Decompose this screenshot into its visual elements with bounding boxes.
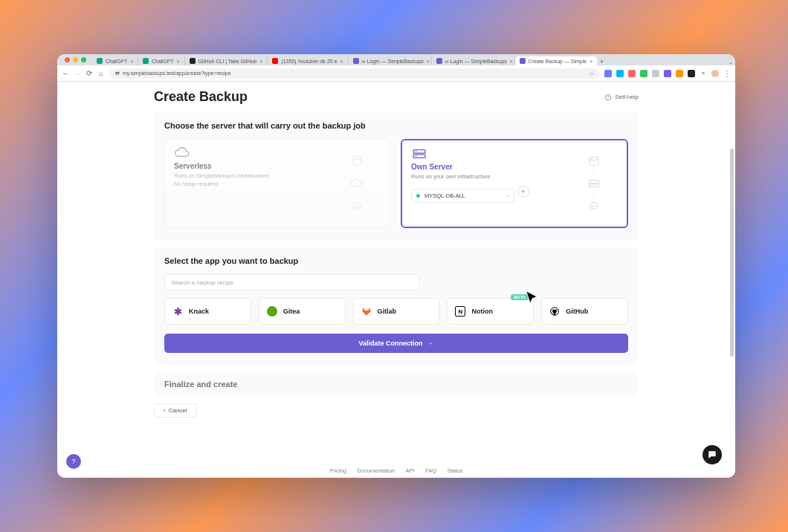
simplebackups-icon — [520, 58, 526, 64]
app-tile-knack[interactable]: ✱ Knack — [164, 298, 251, 325]
cloud-icon — [350, 178, 364, 189]
server-icon — [587, 179, 601, 188]
database-icon — [587, 156, 601, 166]
close-icon[interactable]: × — [130, 59, 133, 64]
server-heading: Choose the server that will carry out th… — [164, 121, 628, 130]
svg-point-2 — [352, 156, 361, 160]
own-server-diagram: ↓ ↓ — [570, 148, 618, 219]
footer-link-documentation[interactable]: Documentation — [358, 467, 395, 474]
extension-menu-icon[interactable]: » — [700, 71, 707, 77]
forward-icon[interactable]: → — [74, 70, 81, 77]
serverless-desc: Runs on SimpleBackups infrastructure. No… — [174, 172, 326, 188]
site-settings-icon[interactable]: ⇄ — [115, 71, 120, 77]
chevron-down-icon[interactable]: ⌄ — [726, 59, 735, 65]
db-select-value: MYSQL-DB-ALL — [424, 192, 465, 199]
more-icon[interactable]: ⋮ — [723, 70, 731, 77]
own-server-option[interactable]: Own Server Runs on your own infrastructu… — [401, 139, 628, 228]
validate-connection-button[interactable]: Validate Connection → — [164, 334, 628, 353]
svg-rect-6 — [413, 155, 425, 158]
minimize-window-icon[interactable] — [73, 57, 78, 62]
svg-point-9 — [590, 157, 598, 160]
close-icon[interactable]: × — [427, 59, 430, 64]
github-icon — [190, 58, 196, 64]
tab[interactable]: GitHub CLI | Take GitHub× — [185, 56, 268, 65]
self-help-link[interactable]: ? Self-help — [604, 94, 639, 101]
close-icon[interactable]: × — [590, 59, 592, 64]
arrow-right-icon: → — [427, 340, 434, 347]
footer-link-status[interactable]: Status — [448, 467, 463, 474]
extension-icon[interactable] — [652, 70, 659, 77]
serverless-option[interactable]: Serverless Runs on SimpleBackups infrast… — [164, 139, 390, 228]
app-tile-gitea[interactable]: Gitea — [259, 298, 346, 325]
url-text: my.simplebackups.test/app/create?type=re… — [123, 71, 231, 76]
extension-icon[interactable] — [676, 70, 683, 77]
footer: Pricing Documentation API FAQ Status — [57, 462, 735, 476]
chevron-down-icon: ⌄ — [506, 192, 510, 198]
tab[interactable]: ChatGPT× — [92, 56, 138, 65]
tab[interactable]: ChatGPT× — [138, 56, 184, 65]
app-tile-notion[interactable]: BETA N Notion — [447, 298, 534, 325]
cancel-button[interactable]: ‹ Cancel — [154, 403, 197, 418]
db-select[interactable]: MYSQL-DB-ALL ⌄ — [411, 189, 515, 203]
beta-badge: BETA — [511, 294, 529, 300]
chevron-left-icon: ‹ — [164, 407, 166, 414]
extension-icon[interactable] — [604, 70, 612, 77]
close-icon[interactable]: × — [259, 59, 262, 64]
finalize-section: Finalize and create — [154, 372, 639, 396]
close-window-icon[interactable] — [65, 57, 70, 62]
storage-icon — [587, 201, 601, 211]
url-field[interactable]: ⇄ my.simplebackups.test/app/create?type=… — [109, 68, 600, 79]
home-icon[interactable]: ⌂ — [97, 70, 105, 77]
close-icon[interactable]: × — [340, 59, 343, 64]
server-icon — [411, 148, 563, 160]
tab[interactable]: (1350) Youtuber de 25 e× — [268, 56, 348, 65]
help-icon: ? — [604, 94, 612, 101]
app-tile-github[interactable]: GitHub — [541, 298, 628, 325]
chatgpt-icon — [143, 58, 149, 64]
tab[interactable]: ∞ Login — SimpleBackups× — [432, 56, 515, 65]
maximize-window-icon[interactable] — [81, 57, 86, 62]
traffic-lights[interactable] — [65, 54, 86, 65]
extension-icon[interactable] — [628, 70, 636, 77]
intercom-fab[interactable] — [703, 445, 722, 464]
bookmark-icon[interactable]: ☆ — [590, 71, 594, 77]
own-server-title: Own Server — [411, 163, 563, 171]
svg-rect-3 — [353, 204, 361, 210]
avatar-icon[interactable] — [711, 70, 719, 77]
svg-rect-10 — [589, 181, 599, 184]
extension-icon[interactable] — [616, 70, 624, 77]
new-tab-button[interactable]: + — [597, 58, 606, 65]
reload-icon[interactable]: ⟳ — [85, 70, 93, 77]
svg-point-8 — [416, 155, 417, 157]
svg-point-7 — [416, 151, 417, 152]
app-heading: Select the app you want to backup — [164, 256, 628, 265]
extension-icon[interactable] — [688, 70, 695, 77]
tab-active[interactable]: Create Backup — Simple× — [515, 56, 598, 65]
help-fab[interactable]: ? — [66, 454, 81, 469]
back-icon[interactable]: ← — [62, 70, 69, 77]
footer-link-pricing[interactable]: Pricing — [329, 467, 346, 474]
server-section: Choose the server that will carry out th… — [154, 112, 639, 240]
own-server-desc: Runs on your own infrastructure. — [411, 173, 563, 181]
app-tile-gitlab[interactable]: Gitlab — [353, 298, 440, 325]
scrollbar[interactable] — [730, 149, 734, 357]
extension-icon[interactable] — [640, 70, 647, 77]
extension-icon[interactable] — [664, 70, 671, 77]
tab[interactable]: ∞ Login — SimpleBackups× — [349, 56, 432, 65]
svg-text:?: ? — [607, 95, 610, 100]
gitlab-icon — [361, 306, 372, 317]
search-input[interactable]: Search a backup recipe — [164, 274, 419, 291]
close-icon[interactable]: × — [176, 59, 179, 64]
storage-icon — [350, 201, 364, 212]
serverless-diagram: ↓ ↓ — [333, 147, 381, 220]
svg-rect-5 — [413, 150, 425, 153]
cloud-icon — [174, 147, 326, 159]
tab-strip: ChatGPT× ChatGPT× GitHub CLI | Take GitH… — [57, 54, 735, 65]
close-icon[interactable]: × — [510, 59, 513, 64]
footer-link-api[interactable]: API — [406, 467, 415, 474]
simplebackups-icon — [436, 58, 442, 64]
add-server-button[interactable]: + — [518, 186, 529, 197]
database-icon — [350, 155, 364, 166]
footer-link-faq[interactable]: FAQ — [425, 467, 436, 474]
notion-icon: N — [455, 306, 465, 317]
